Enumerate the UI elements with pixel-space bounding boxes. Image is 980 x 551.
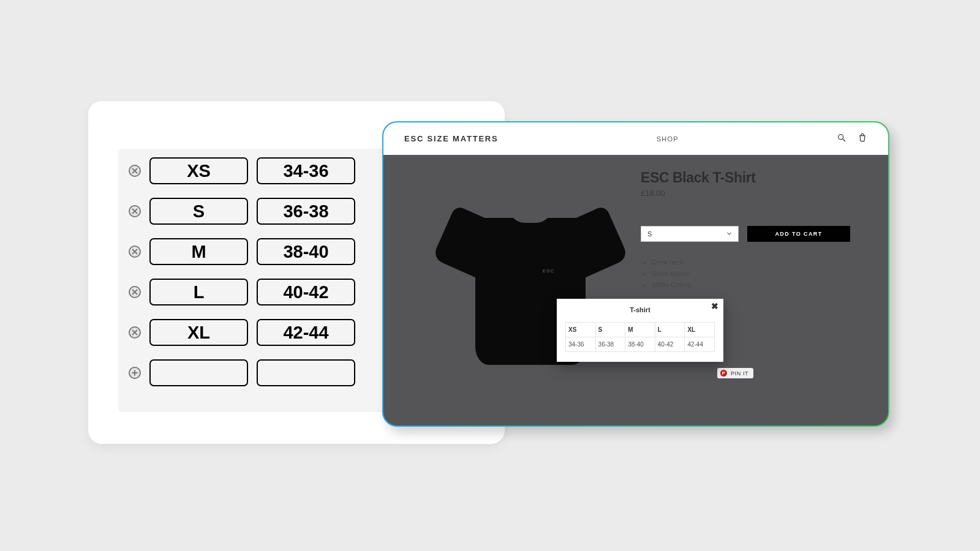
size-value: 40-42	[655, 337, 685, 352]
size-header: L	[655, 323, 685, 337]
size-row: M 38-40	[129, 238, 355, 265]
size-row: L 40-42	[129, 279, 355, 305]
pin-it-label: PIN IT	[731, 370, 748, 377]
size-name-input[interactable]: XS	[149, 157, 248, 184]
size-range-input[interactable]: 40-42	[257, 279, 355, 305]
product-info: ESC Black T-Shirt £18.00 Size S ADD TO C…	[641, 170, 850, 291]
remove-row-icon[interactable]	[129, 286, 141, 298]
size-select[interactable]: S	[641, 226, 739, 242]
size-row: XL 42-44	[129, 319, 355, 346]
bullet-item: 100% Cotton	[652, 279, 850, 291]
size-value: 42-44	[685, 337, 715, 352]
product-price: £18.00	[641, 189, 850, 198]
size-header: S	[595, 323, 625, 337]
size-row: S 36-38	[129, 198, 355, 225]
size-name-input[interactable]: L	[149, 279, 248, 305]
size-rows: XS 34-36 S 36-38 M 38-40 L 40-42	[129, 157, 355, 400]
shop-preview-window: ESC SIZE MATTERS SHOP ESC	[382, 121, 889, 427]
shop-header: ESC SIZE MATTERS SHOP	[383, 122, 888, 155]
size-chart-table: XS S M L XL 34-36 36-38 38-40 40-42 42-4…	[565, 322, 715, 352]
size-chart-popup: ✖ T-shirt XS S M L XL 34-36 36-38 38-40 …	[557, 299, 723, 362]
pin-it-button[interactable]: P PIN IT	[717, 368, 753, 378]
pinterest-icon: P	[720, 370, 727, 377]
remove-row-icon[interactable]	[129, 246, 141, 258]
size-name-input[interactable]: M	[149, 238, 248, 265]
size-label: Size	[641, 214, 850, 221]
size-header: M	[625, 323, 655, 337]
bullet-item: Short sleeve	[652, 268, 850, 280]
size-value: 38-40	[625, 337, 655, 352]
svg-line-13	[843, 139, 845, 141]
nav-shop-link[interactable]: SHOP	[657, 135, 679, 143]
size-row-new	[129, 359, 355, 386]
size-range-input[interactable]: 38-40	[257, 238, 355, 265]
remove-row-icon[interactable]	[129, 205, 141, 217]
svg-point-12	[839, 134, 843, 139]
size-value: 34-36	[566, 337, 596, 352]
bullet-item: Crew neck	[652, 257, 850, 268]
remove-row-icon[interactable]	[129, 326, 141, 339]
size-header: XL	[685, 323, 715, 337]
chevron-down-icon	[726, 230, 732, 238]
size-name-input-empty[interactable]	[149, 359, 248, 386]
size-name-input[interactable]: XL	[149, 319, 248, 346]
size-range-input[interactable]: 42-44	[257, 319, 355, 346]
size-chart-title: T-shirt	[565, 306, 715, 313]
size-name-input[interactable]: S	[149, 198, 248, 225]
size-select-value: S	[647, 230, 652, 238]
remove-row-icon[interactable]	[129, 165, 141, 177]
product-bullets: Crew neck Short sleeve 100% Cotton	[641, 257, 850, 291]
tshirt-print-text: ESC	[543, 268, 554, 274]
cart-icon[interactable]	[858, 133, 867, 145]
header-icons	[837, 133, 867, 145]
close-icon[interactable]: ✖	[711, 301, 718, 311]
shop-brand: ESC SIZE MATTERS	[404, 134, 499, 143]
add-row-icon[interactable]	[129, 367, 141, 379]
size-range-input[interactable]: 34-36	[257, 157, 355, 184]
search-icon[interactable]	[837, 133, 846, 145]
product-title: ESC Black T-Shirt	[641, 170, 850, 186]
add-to-cart-button[interactable]: ADD TO CART	[747, 226, 850, 242]
size-row: XS 34-36	[129, 157, 355, 184]
size-range-input[interactable]: 36-38	[257, 198, 355, 225]
size-header: XS	[566, 323, 596, 337]
size-value: 36-38	[595, 337, 625, 352]
product-area: ESC ESC Black T-Shirt £18.00 Size S ADD …	[383, 155, 888, 425]
size-range-input-empty[interactable]	[257, 359, 355, 386]
